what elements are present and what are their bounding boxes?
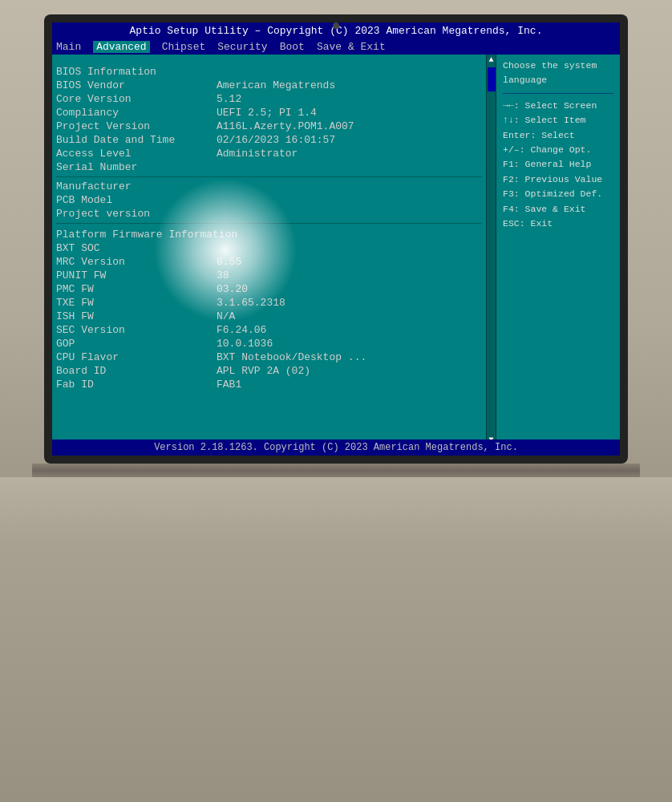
info-row-access: Access Level Administrator	[56, 148, 482, 160]
info-row-cpu-flavor: CPU Flavor BXT Notebook/Desktop ...	[56, 351, 482, 363]
help-description: Choose the system language	[503, 59, 613, 88]
info-row-pmc: PMC FW 03.20	[56, 283, 482, 295]
info-row-core: Core Version 5.12	[56, 93, 482, 105]
bios-footer: Version 2.18.1263. Copyright (C) 2023 Am…	[52, 439, 620, 456]
info-row-board: Board ID APL RVP 2A (02)	[56, 365, 482, 377]
info-row-serial: Serial Number	[56, 161, 482, 173]
separator-2	[56, 223, 482, 224]
info-row-sec: SEC Version F6.24.06	[56, 324, 482, 336]
info-row-txe: TXE FW 3.1.65.2318	[56, 297, 482, 309]
laptop-body: Aptio Setup Utility – Copyright (C) 2023…	[0, 0, 672, 802]
scroll-up-arrow[interactable]: ▲	[487, 55, 496, 66]
menu-chipset[interactable]: Chipset	[162, 41, 206, 53]
shortcut-select-screen: →←: Select Screen	[503, 99, 613, 113]
bios-left-panel: BIOS Information BIOS Vendor American Me…	[52, 55, 486, 446]
bios-screen: Aptio Setup Utility – Copyright (C) 2023…	[52, 22, 620, 456]
info-row-mrc: MRC Version 0.55	[56, 256, 482, 268]
bios-help-panel: Choose the system language →←: Select Sc…	[496, 55, 620, 446]
scrollbar-thumb[interactable]	[488, 67, 496, 91]
footer-text: Version 2.18.1263. Copyright (C) 2023 Am…	[154, 442, 518, 453]
info-row-proj-ver2: Project version	[56, 208, 482, 220]
bios-menu-bar: Main Advanced Chipset Security Boot Save…	[52, 39, 620, 55]
info-row-gop: GOP 10.0.1036	[56, 338, 482, 350]
platform-info-header: Platform Firmware Information	[56, 229, 482, 241]
info-row-punit: PUNIT FW 38	[56, 269, 482, 282]
shortcut-f3: F3: Optimized Def.	[503, 187, 613, 201]
help-separator	[503, 93, 613, 94]
info-row-ish: ISH FW N/A	[56, 310, 482, 322]
menu-main[interactable]: Main	[56, 41, 81, 53]
shortcut-change: +/–: Change Opt.	[503, 143, 613, 157]
info-row-pcb: PCB Model	[56, 194, 482, 206]
scrollbar[interactable]: ▲ ▼	[486, 55, 496, 446]
screen-bezel: Aptio Setup Utility – Copyright (C) 2023…	[44, 14, 628, 464]
info-row-bxt-soc: BXT SOC	[56, 242, 482, 254]
shortcut-esc: ESC: Exit	[503, 217, 613, 231]
laptop-hinge	[32, 464, 640, 478]
menu-boot[interactable]: Boot	[280, 41, 305, 53]
info-row-project-ver: Project Version A116L.Azerty.POM1.A007	[56, 120, 482, 132]
info-row-compliancy: Compliancy UEFI 2.5; PI 1.4	[56, 107, 482, 119]
laptop-base: ⌨ F1 F2 F3 F4 F5 F6 F7 F8 F9 Pause F10 P…	[0, 477, 672, 802]
shortcut-select-item: ↑↓: Select Item	[503, 113, 613, 128]
menu-advanced[interactable]: Advanced	[93, 41, 149, 53]
shortcut-f4: F4: Save & Exit	[503, 202, 613, 217]
separator-1	[56, 176, 482, 177]
info-row-vendor: BIOS Vendor American Megatrends	[56, 79, 482, 91]
info-row-fab: Fab ID FAB1	[56, 379, 482, 391]
info-row-manufacturer: Manufacturer	[56, 180, 482, 192]
shortcut-f2: F2: Previous Value	[503, 172, 613, 187]
shortcut-enter: Enter: Select	[503, 128, 613, 143]
shortcut-f1: F1: General Help	[503, 157, 613, 172]
menu-security[interactable]: Security	[217, 41, 267, 53]
info-row-build-date: Build Date and Time 02/16/2023 16:01:57	[56, 134, 482, 146]
bios-info-header: BIOS Information	[56, 66, 482, 78]
camera	[333, 22, 339, 29]
menu-save-exit[interactable]: Save & Exit	[317, 41, 386, 53]
bios-content: BIOS Information BIOS Vendor American Me…	[52, 55, 620, 446]
